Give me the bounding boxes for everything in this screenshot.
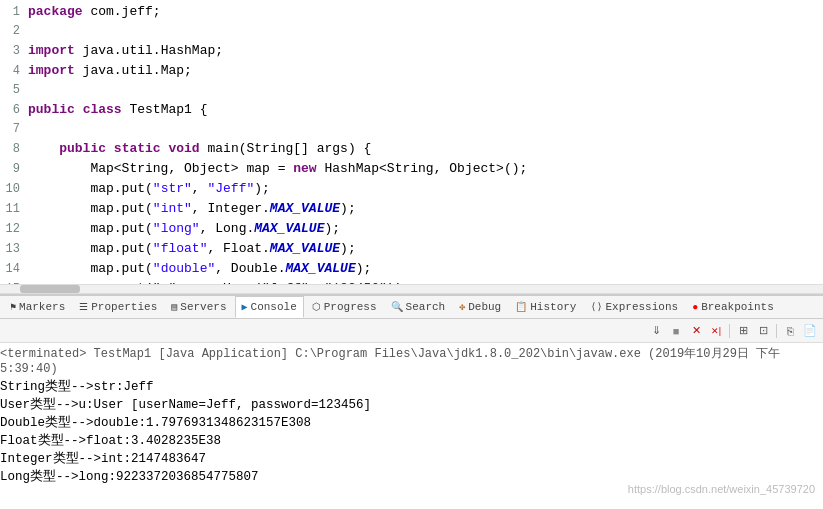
- code-line: 7: [0, 120, 823, 139]
- copy-button[interactable]: ⎘: [781, 322, 799, 340]
- toolbar-separator: [729, 324, 730, 338]
- code-line: 8 public static void main(String[] args)…: [0, 139, 823, 159]
- code-line: 5: [0, 81, 823, 100]
- console-status-header: <terminated> TestMap1 [Java Application]…: [0, 343, 823, 378]
- pin-button[interactable]: ⊞: [734, 322, 752, 340]
- tab-breakpoints-label: Breakpoints: [701, 301, 774, 313]
- code-editor: 1 package com.jeff; 2 3 import java.util…: [0, 0, 823, 295]
- console-line-4: Float类型-->float:3.4028235E38: [0, 432, 823, 450]
- console-line-1: String类型-->str:Jeff: [0, 378, 823, 396]
- tab-search-label: Search: [406, 301, 446, 313]
- progress-icon: ⬡: [312, 301, 321, 313]
- code-lines: 1 package com.jeff; 2 3 import java.util…: [0, 0, 823, 295]
- markers-icon: ⚑: [10, 301, 16, 313]
- code-line: 6 public class TestMap1 {: [0, 100, 823, 120]
- debug-icon: ✤: [459, 301, 465, 313]
- tab-expressions[interactable]: ⟨⟩ Expressions: [584, 296, 684, 318]
- tab-markers-label: Markers: [19, 301, 65, 313]
- toolbar-separator-2: [776, 324, 777, 338]
- tab-servers-label: Servers: [180, 301, 226, 313]
- console-line-2: User类型-->u:User [userName=Jeff, password…: [0, 396, 823, 414]
- tab-properties[interactable]: ☰ Properties: [73, 296, 163, 318]
- servers-icon: ▤: [171, 301, 177, 313]
- stop-button[interactable]: ■: [667, 322, 685, 340]
- properties-icon: ☰: [79, 301, 88, 313]
- tab-console[interactable]: ▶ Console: [235, 296, 304, 318]
- console-toolbar: ⇓ ■ ✕ ✕| ⊞ ⊡ ⎘ 📄: [0, 319, 823, 343]
- tab-debug[interactable]: ✤ Debug: [453, 296, 507, 318]
- tab-properties-label: Properties: [91, 301, 157, 313]
- console-content: <terminated> TestMap1 [Java Application]…: [0, 343, 823, 499]
- code-horizontal-scrollbar[interactable]: [0, 284, 823, 294]
- remove-all-button[interactable]: ✕|: [707, 322, 725, 340]
- console-line-3: Double类型-->double:1.7976931348623157E308: [0, 414, 823, 432]
- code-line: 4 import java.util.Map;: [0, 61, 823, 81]
- code-line: 1 package com.jeff;: [0, 2, 823, 22]
- code-line: 11 map.put("int", Integer.MAX_VALUE);: [0, 199, 823, 219]
- tab-history[interactable]: 📋 History: [509, 296, 582, 318]
- tab-progress[interactable]: ⬡ Progress: [306, 296, 383, 318]
- expressions-icon: ⟨⟩: [590, 301, 602, 313]
- code-line: 13 map.put("float", Float.MAX_VALUE);: [0, 239, 823, 259]
- tab-history-label: History: [530, 301, 576, 313]
- console-icon: ▶: [242, 301, 248, 313]
- paste-button[interactable]: 📄: [801, 322, 819, 340]
- tab-expressions-label: Expressions: [606, 301, 679, 313]
- code-line: 14 map.put("double", Double.MAX_VALUE);: [0, 259, 823, 279]
- code-line: 9 Map<String, Object> map = new HashMap<…: [0, 159, 823, 179]
- tab-servers[interactable]: ▤ Servers: [165, 296, 232, 318]
- tab-console-label: Console: [251, 301, 297, 313]
- tab-search[interactable]: 🔍 Search: [385, 296, 452, 318]
- tab-progress-label: Progress: [324, 301, 377, 313]
- scroll-lock-button[interactable]: ⇓: [647, 322, 665, 340]
- watermark: https://blog.csdn.net/weixin_45739720: [628, 483, 815, 495]
- code-line: 2: [0, 22, 823, 41]
- tab-breakpoints[interactable]: ● Breakpoints: [686, 296, 780, 318]
- tab-debug-label: Debug: [468, 301, 501, 313]
- code-line: 12 map.put("long", Long.MAX_VALUE);: [0, 219, 823, 239]
- code-line: 10 map.put("str", "Jeff");: [0, 179, 823, 199]
- bottom-section: ⇓ ■ ✕ ✕| ⊞ ⊡ ⎘ 📄 <terminated> TestMap1 […: [0, 319, 823, 499]
- remove-button[interactable]: ✕: [687, 322, 705, 340]
- tab-bar: ⚑ Markers ☰ Properties ▤ Servers ▶ Conso…: [0, 295, 823, 319]
- search-tab-icon: 🔍: [391, 301, 403, 313]
- open-console-button[interactable]: ⊡: [754, 322, 772, 340]
- history-icon: 📋: [515, 301, 527, 313]
- console-line-5: Integer类型-->int:2147483647: [0, 450, 823, 468]
- code-line: 3 import java.util.HashMap;: [0, 41, 823, 61]
- breakpoints-icon: ●: [692, 302, 698, 313]
- tab-markers[interactable]: ⚑ Markers: [4, 296, 71, 318]
